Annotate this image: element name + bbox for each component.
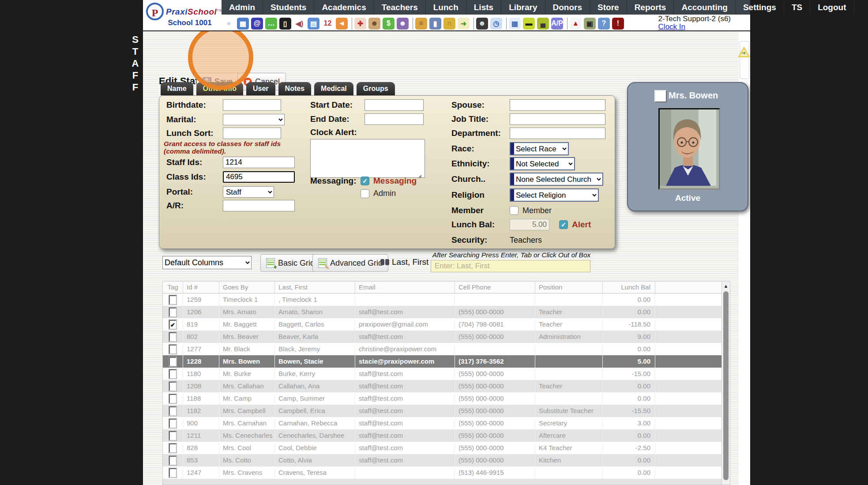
column-header[interactable]: Tag <box>163 282 183 293</box>
nav-item[interactable]: Lists <box>466 0 501 15</box>
tab[interactable]: Name <box>161 82 193 95</box>
table-row[interactable]: 1228 Mrs. Bowen Bowen, Stacie stacie@pra… <box>163 355 722 368</box>
profile-tag-checkbox[interactable] <box>654 90 667 102</box>
table-row[interactable]: 1180 Mr. Burke Burke, Kerry staff@test.c… <box>163 368 722 380</box>
timeclock-icon[interactable]: ◷ <box>490 18 507 30</box>
cash-register-icon[interactable]: ▣ <box>584 18 596 30</box>
column-header[interactable]: Position <box>535 282 603 293</box>
scroll-up-icon[interactable]: ▲ <box>722 282 730 290</box>
row-tag-checkbox[interactable] <box>169 308 177 317</box>
column-header[interactable] <box>655 282 722 293</box>
row-tag-checkbox[interactable] <box>169 357 177 366</box>
table-row[interactable]: 1259 Timeclock 1 , Timeclock 1 0.00 <box>163 293 722 306</box>
row-tag-checkbox[interactable] <box>169 431 177 440</box>
row-tag-checkbox[interactable] <box>169 456 177 465</box>
medical-staff-icon[interactable]: ✚ <box>354 18 366 30</box>
lunch-sort-input[interactable] <box>223 128 281 139</box>
column-header[interactable]: Last, First <box>275 282 355 293</box>
column-header[interactable]: Lunch Bal <box>603 282 655 293</box>
table-row[interactable]: 1188 Mr. Camp Camp, Summer staff@test.co… <box>163 392 722 405</box>
spouse-input[interactable] <box>510 99 605 111</box>
nav-item[interactable]: Teachers <box>374 0 426 15</box>
clock-alert-textarea[interactable] <box>310 139 425 178</box>
job-title-input[interactable] <box>510 113 605 125</box>
ap-icon[interactable]: A/P <box>551 18 567 30</box>
table-row[interactable]: 1208 Mrs. Callahan Callahan, Ana staff@t… <box>163 380 722 392</box>
staff-search-input[interactable] <box>431 260 590 272</box>
birthdate-input[interactable] <box>223 99 281 111</box>
table-row[interactable]: 1277 Mr. Black Black, Jeremy christine@p… <box>163 343 722 355</box>
portal-select[interactable]: Staff <box>223 186 274 198</box>
nav-item[interactable]: Store <box>590 0 627 15</box>
scroll-thumb[interactable] <box>723 291 729 480</box>
calendar-grid-icon[interactable]: ▦ <box>237 18 249 30</box>
tab[interactable]: User <box>246 82 275 95</box>
table-row[interactable]: 1211 Ms. Cenecharles Cenecharles, Darshe… <box>163 429 722 442</box>
advanced-grid-button[interactable]: Advanced Grid <box>312 254 388 272</box>
pdf-icon[interactable]: ▲ <box>570 18 582 30</box>
nav-item[interactable]: Academics <box>314 0 374 15</box>
row-tag-checkbox[interactable] <box>169 419 177 428</box>
column-header[interactable]: Goes By <box>219 282 275 293</box>
basic-grid-button[interactable]: Basic Grid <box>260 254 320 272</box>
nav-item[interactable]: Settings <box>736 0 784 15</box>
row-tag-checkbox[interactable] <box>169 444 177 453</box>
nav-item[interactable]: Admin <box>222 0 263 15</box>
nav-item[interactable]: TS <box>784 0 810 15</box>
department-input[interactable] <box>510 128 605 139</box>
nav-item[interactable]: Reports <box>627 0 674 15</box>
nav-item[interactable]: Donors <box>545 0 590 15</box>
clock-in-link[interactable]: Clock In <box>658 23 685 31</box>
columns-preset-select[interactable]: Default Columns <box>162 256 252 269</box>
tab[interactable]: Groups <box>357 82 395 95</box>
nav-item[interactable]: Accounting <box>674 0 736 15</box>
table-row[interactable]: 1247 Mrs. Cravens Cravens, Teresa (513) … <box>163 466 722 479</box>
row-tag-checkbox[interactable] <box>169 345 177 354</box>
staff-person-icon[interactable]: ☻ <box>368 18 380 30</box>
column-header[interactable]: Cell Phone <box>455 282 535 293</box>
library-book-icon[interactable]: ▮ <box>429 18 441 30</box>
class-ids-input[interactable] <box>223 171 295 183</box>
table-row[interactable]: 900 Mrs. Carnahan Carnahan, Rebecca staf… <box>163 417 722 429</box>
nav-item[interactable]: Library <box>501 0 545 15</box>
credit-card-icon[interactable]: ▬ <box>523 18 535 30</box>
praxischool-logo[interactable]: P PraxiSchoolTM School 1001 <box>143 0 222 31</box>
staff-ids-input[interactable] <box>223 157 295 168</box>
tab[interactable]: Other Info <box>196 82 243 95</box>
row-tag-checkbox[interactable] <box>169 394 177 403</box>
table-row[interactable]: 802 Mrs. Beaver Beaver, Karla staff@test… <box>163 331 722 343</box>
tab[interactable]: Notes <box>278 82 311 95</box>
column-header[interactable]: Email <box>355 282 455 293</box>
sms-bubble-icon[interactable]: … <box>265 18 277 30</box>
lunch-hamburger-icon[interactable]: ≡ <box>415 18 427 30</box>
sort-control[interactable]: Last, First <box>380 257 428 267</box>
end-date-input[interactable] <box>364 113 424 125</box>
religion-select[interactable]: Select Religion <box>514 189 598 201</box>
row-tag-checkbox[interactable] <box>169 406 177 416</box>
admin-checkbox[interactable] <box>361 189 369 198</box>
table-row[interactable]: 1182 Mrs. Campbell Campbell, Erica staff… <box>163 405 722 417</box>
mobile-phone-icon[interactable]: ▯ <box>279 18 291 30</box>
row-tag-checkbox[interactable] <box>169 320 177 329</box>
member-checkbox[interactable] <box>510 206 519 215</box>
printer-icon[interactable]: ▄ <box>537 18 549 30</box>
table-row[interactable]: 828 Mrs. Cool Cool, Debbie staff@test.co… <box>163 442 722 454</box>
row-tag-checkbox[interactable] <box>169 369 177 379</box>
grid-scrollbar[interactable]: ▲ <box>721 282 730 485</box>
status-sphere-icon[interactable]: ● <box>223 18 235 30</box>
table-row[interactable]: 819 Mr. Baggett Baggett, Carlos praxipow… <box>163 318 722 331</box>
row-tag-checkbox[interactable] <box>169 295 177 305</box>
date-calendar-icon[interactable]: 12 <box>322 18 334 30</box>
messaging-checkbox[interactable] <box>361 177 369 185</box>
email-at-icon[interactable]: @ <box>251 18 263 30</box>
nav-item[interactable]: Logout <box>810 0 854 15</box>
row-tag-checkbox[interactable] <box>169 382 177 391</box>
warning-triangle-icon[interactable] <box>738 46 750 57</box>
ar-input[interactable] <box>223 200 295 211</box>
megaphone-icon[interactable]: ◄ <box>336 18 352 30</box>
table-row[interactable]: 853 Ms. Cotto Cotto, Alvia staff@test.co… <box>163 454 722 466</box>
table-row[interactable]: 1206 Mrs. Amato Amato, Sharon staff@test… <box>163 306 722 318</box>
marital-select[interactable] <box>223 114 285 125</box>
note-export-icon[interactable]: ➜ <box>458 18 474 30</box>
nav-item[interactable]: Students <box>263 0 314 15</box>
